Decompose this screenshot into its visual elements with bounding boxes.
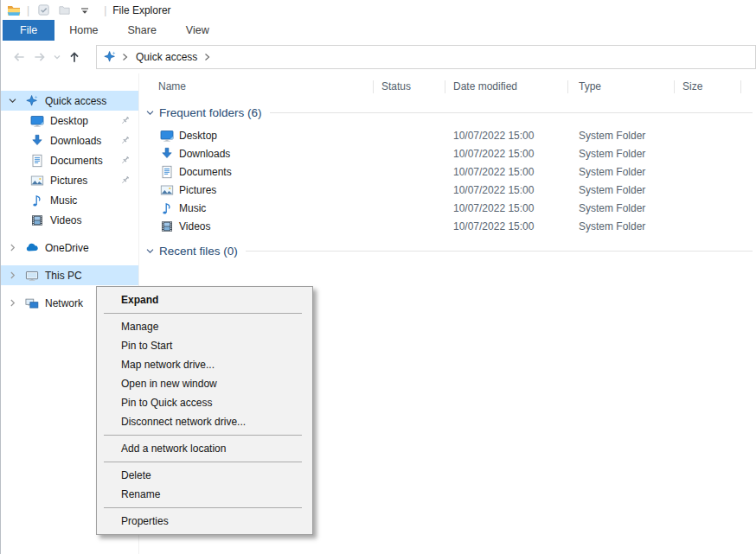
videos-icon [30,213,44,227]
file-row-downloads[interactable]: Downloads10/07/2022 15:00System Folder [139,144,756,162]
breadcrumb-chevron-icon[interactable] [121,53,130,61]
address-bar[interactable]: Quick access [96,45,756,69]
file-date-modified-cell: 10/07/2022 15:00 [445,181,568,199]
tab-share[interactable]: Share [113,20,171,41]
file-row-documents[interactable]: Documents10/07/2022 15:00System Folder [139,162,756,181]
sidebar-item-downloads[interactable]: Downloads [1,131,138,150]
tab-file[interactable]: File [3,20,54,41]
tab-home[interactable]: Home [54,20,112,41]
quick-access-star-icon [25,94,39,108]
music-icon [160,201,174,215]
group-header-label[interactable]: Recent files (0) [159,245,238,258]
file-date-modified-cell: 10/07/2022 15:00 [445,217,568,235]
sidebar-item-label: This PC [45,270,82,282]
group-header-label[interactable]: Frequent folders (6) [159,106,262,119]
menu-item-open-in-new-window[interactable]: Open in new window [97,374,312,393]
menu-item-properties[interactable]: Properties [97,512,312,531]
file-name-cell: Desktop [139,126,374,144]
file-status-cell [374,181,445,199]
file-row-music[interactable]: Music10/07/2022 15:00System Folder [139,199,756,217]
file-type-cell: System Folder [568,181,675,199]
file-row-videos[interactable]: Videos10/07/2022 15:00System Folder [139,217,756,235]
sidebar-item-label: OneDrive [45,242,89,254]
properties-check-icon[interactable] [35,3,51,18]
menu-item-map-network-drive[interactable]: Map network drive... [97,355,312,374]
sidebar-item-label: Network [45,297,83,309]
file-type-cell: System Folder [568,217,675,235]
file-name-label: Pictures [179,184,216,196]
group-header-frequent-folders[interactable]: Frequent folders (6) [139,104,756,121]
sidebar-item-documents[interactable]: Documents [1,150,138,170]
quick-access-toolbar [35,3,98,18]
back-icon [10,48,29,67]
menu-separator [104,435,302,436]
pin-icon [119,115,131,126]
breadcrumb-segment-quick-access[interactable]: Quick access [134,51,199,63]
chevron-right-icon[interactable] [8,298,18,308]
file-status-cell [374,162,445,181]
file-row-desktop[interactable]: Desktop10/07/2022 15:00System Folder [139,126,756,144]
menu-item-manage[interactable]: Manage [97,317,312,336]
menu-item-pin-to-quick-access[interactable]: Pin to Quick access [97,393,312,412]
breadcrumb-chevron-icon[interactable] [203,53,212,61]
menu-item-add-a-network-location[interactable]: Add a network location [97,439,312,458]
file-size-cell [675,199,741,217]
file-status-cell [374,217,445,235]
group-header-rule [270,112,753,113]
file-size-cell [675,144,741,162]
chevron-down-icon[interactable] [145,108,156,118]
chevron-right-icon[interactable] [8,271,18,280]
onedrive-icon [25,241,39,255]
sidebar-item-this-pc[interactable]: This PC [1,265,138,285]
column-header-type[interactable]: Type [568,80,675,93]
file-row-pictures[interactable]: Pictures10/07/2022 15:00System Folder [139,181,756,199]
menu-item-delete[interactable]: Delete [97,466,312,485]
new-folder-icon[interactable] [56,3,72,18]
file-name-label: Music [179,202,206,214]
qat-dropdown-icon[interactable] [77,3,93,18]
file-name-label: Videos [179,220,210,232]
sidebar-item-videos[interactable]: Videos [1,210,138,230]
column-headers: NameStatusDate modifiedTypeSize [139,73,756,99]
file-type-cell: System Folder [568,144,675,162]
group-header-recent-files[interactable]: Recent files (0) [139,242,756,259]
pictures-icon [160,183,174,197]
menu-separator [104,462,302,462]
sidebar-item-music[interactable]: Music [1,190,138,210]
column-header-date-modified[interactable]: Date modified [445,80,568,93]
sidebar-item-quick-access[interactable]: Quick access [1,91,138,111]
titlebar-divider: | [27,4,29,16]
context-menu: ExpandManagePin to StartMap network driv… [96,286,313,535]
pin-icon [119,135,131,146]
file-date-modified-cell: 10/07/2022 15:00 [445,144,568,162]
menu-item-expand[interactable]: Expand [97,290,312,309]
menu-item-pin-to-start[interactable]: Pin to Start [97,336,312,355]
column-header-status[interactable]: Status [374,80,445,93]
menu-item-disconnect-network-drive[interactable]: Disconnect network drive... [97,412,312,431]
column-header-name[interactable]: Name [139,80,374,93]
navigation-bar: Quick access [1,41,756,73]
up-icon[interactable] [65,48,84,67]
file-status-cell [374,199,445,217]
file-rows: Desktop10/07/2022 15:00System FolderDown… [139,126,756,235]
file-size-cell [675,217,741,235]
file-date-modified-cell: 10/07/2022 15:00 [445,199,568,217]
this-pc-icon [25,269,39,283]
chevron-right-icon[interactable] [8,243,18,252]
music-icon [30,194,44,207]
ribbon-tab-bar: FileHomeShareView [1,20,756,41]
sidebar-item-pictures[interactable]: Pictures [1,170,138,190]
sidebar-item-desktop[interactable]: Desktop [1,111,138,131]
file-name-cell: Music [139,199,374,217]
menu-separator [104,507,302,508]
desktop-icon [30,114,44,128]
sidebar-item-onedrive[interactable]: OneDrive [1,238,138,258]
file-explorer-logo-icon [7,3,21,17]
file-type-cell: System Folder [568,126,675,144]
tab-view[interactable]: View [171,20,224,41]
chevron-down-icon[interactable] [145,246,156,256]
menu-item-rename[interactable]: Rename [97,485,312,504]
column-header-size[interactable]: Size [675,80,741,93]
chevron-down-icon[interactable] [8,96,18,105]
file-size-cell [675,162,741,181]
